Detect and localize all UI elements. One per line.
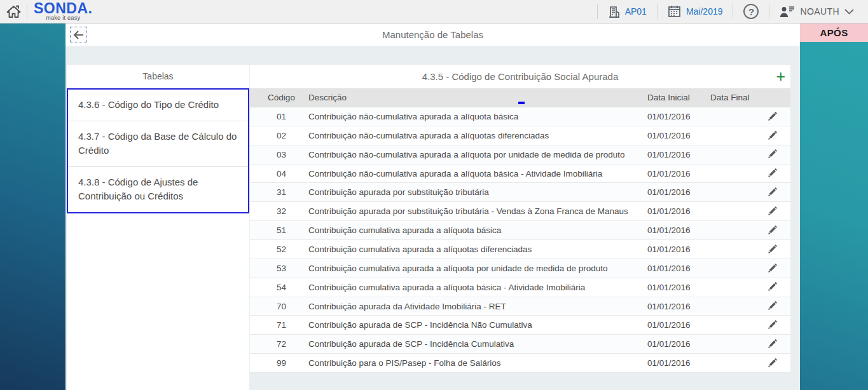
calendar-icon — [668, 5, 681, 18]
table-row[interactable]: 70 Contribuição apurada da Atividade Imo… — [250, 297, 790, 316]
period-selector[interactable]: Mai/2019 — [658, 0, 733, 23]
cell-data-inicial: 01/01/2016 — [642, 112, 703, 121]
table-row[interactable]: 51 Contribuição cumulativa apurada a alí… — [250, 221, 790, 240]
back-button[interactable] — [70, 27, 87, 43]
cell-data-inicial: 01/01/2016 — [642, 264, 703, 273]
status-badge: APÓS — [800, 24, 868, 42]
table-title: 4.3.5 - Código de Contribuição Social Ap… — [250, 71, 790, 82]
pencil-icon — [767, 244, 778, 255]
edit-row-button[interactable] — [765, 204, 779, 218]
sonda-logo: SONDA. make it easy — [27, 2, 101, 21]
edit-row-button[interactable] — [765, 166, 779, 180]
pencil-icon — [767, 225, 778, 236]
edit-row-button[interactable] — [765, 356, 779, 370]
pencil-icon — [767, 187, 778, 198]
table-row[interactable]: 04 Contribuição não-cumulativa apurada a… — [250, 165, 790, 184]
main-area: Manutenção de Tabelas Tabelas 4.3.6 - Có… — [0, 24, 868, 390]
page-title: Manutenção de Tabelas — [65, 29, 800, 40]
table-body: 01 Contribuição não-cumulativa apurada a… — [250, 107, 790, 373]
cell-data-inicial: 01/01/2016 — [642, 150, 703, 159]
cell-data-inicial: 01/01/2016 — [642, 245, 703, 254]
company-label: AP01 — [625, 6, 647, 17]
edit-row-button[interactable] — [765, 185, 779, 199]
cell-descricao: Contribuição apurada por substituição tr… — [299, 187, 642, 197]
edit-row-button[interactable] — [765, 242, 779, 256]
cell-descricao: Contribuição apurada de SCP - Incidência… — [299, 339, 642, 349]
column-header-data-final: Data Final — [703, 93, 754, 102]
cell-codigo: 71 — [250, 320, 299, 330]
cell-codigo: 04 — [250, 169, 299, 178]
help-button[interactable]: ? — [733, 0, 769, 23]
edit-row-button[interactable] — [765, 318, 779, 332]
pencil-icon — [767, 319, 778, 330]
cell-descricao: Contribuição cumulativa apurada a alíquo… — [299, 283, 642, 292]
tables-sidebar: Tabelas 4.3.6 - Código do Tipo de Crédit… — [67, 65, 249, 390]
cell-data-inicial: 01/01/2016 — [642, 206, 703, 216]
back-arrow-icon — [73, 30, 84, 39]
column-resize-handle[interactable] — [518, 102, 525, 104]
table-row[interactable]: 72 Contribuição apurada de SCP - Incidên… — [250, 335, 790, 354]
work-area: Tabelas 4.3.6 - Código do Tipo de Crédit… — [65, 46, 800, 390]
table-row[interactable]: 53 Contribuição cumulativa apurada a alí… — [250, 259, 790, 278]
cell-descricao: Contribuição não-cumulativa apurada a al… — [299, 112, 642, 121]
edit-row-button[interactable] — [765, 147, 779, 161]
cell-data-inicial: 01/01/2016 — [642, 169, 703, 178]
sonda-tagline: make it easy — [46, 15, 80, 21]
cell-descricao: Contribuição não-cumulativa apurada a al… — [299, 131, 642, 140]
pencil-icon — [767, 339, 778, 349]
cell-codigo: 32 — [250, 206, 299, 216]
column-header-codigo: Código — [250, 93, 299, 102]
cell-data-inicial: 01/01/2016 — [642, 339, 703, 349]
pencil-icon — [767, 281, 778, 292]
add-record-button[interactable]: + — [776, 67, 785, 86]
pencil-icon — [767, 206, 778, 217]
pencil-icon — [767, 168, 778, 178]
edit-row-button[interactable] — [765, 109, 779, 123]
pencil-icon — [767, 300, 778, 311]
user-icon — [780, 6, 795, 17]
table-row[interactable]: 32 Contribuição apurada por substituição… — [250, 202, 790, 221]
codes-table-panel: 4.3.5 - Código de Contribuição Social Ap… — [250, 65, 790, 373]
cell-codigo: 03 — [250, 150, 299, 159]
cell-descricao: Contribuição não-cumulativa apurada a al… — [299, 150, 642, 159]
cell-descricao: Contribuição apurada de SCP - Incidência… — [299, 320, 642, 330]
edit-row-button[interactable] — [765, 337, 779, 351]
pencil-icon — [767, 111, 778, 122]
table-row[interactable]: 03 Contribuição não-cumulativa apurada a… — [250, 145, 790, 165]
period-label: Mai/2019 — [686, 6, 723, 17]
sidebar-item-label: 4.3.6 - Código do Tipo de Crédito — [78, 99, 219, 110]
table-row[interactable]: 71 Contribuição apurada de SCP - Incidên… — [250, 316, 790, 335]
table-row[interactable]: 31 Contribuição apurada por substituição… — [250, 183, 790, 202]
table-row[interactable]: 54 Contribuição cumulativa apurada a alí… — [250, 278, 790, 297]
cell-data-inicial: 01/01/2016 — [642, 225, 703, 235]
cell-data-inicial: 01/01/2016 — [642, 187, 703, 197]
edit-row-button[interactable] — [765, 299, 779, 313]
edit-row-button[interactable] — [765, 280, 779, 294]
table-row[interactable]: 52 Contribuição cumulativa apurada a alí… — [250, 240, 790, 259]
content-area: Manutenção de Tabelas Tabelas 4.3.6 - Có… — [65, 24, 800, 390]
company-selector[interactable]: AP01 — [598, 0, 657, 23]
cell-descricao: Contribuição cumulativa apurada a alíquo… — [299, 245, 642, 254]
table-row[interactable]: 99 Contribuição para o PIS/Pasep - Folha… — [250, 354, 790, 373]
table-row[interactable]: 01 Contribuição não-cumulativa apurada a… — [250, 107, 790, 126]
cell-codigo: 52 — [250, 245, 299, 254]
cell-codigo: 02 — [250, 131, 299, 140]
user-label: NOAUTH — [800, 6, 839, 17]
sidebar-table-item[interactable]: 4.3.7 - Código da Base de Cálculo do Cré… — [68, 121, 248, 167]
cell-codigo: 54 — [250, 283, 299, 292]
cell-descricao: Contribuição cumulativa apurada a alíquo… — [299, 264, 642, 273]
edit-row-button[interactable] — [765, 128, 779, 142]
edit-row-button[interactable] — [765, 223, 779, 237]
user-menu[interactable]: NOAUTH — [769, 0, 868, 23]
sidebar-item-label: 4.3.8 - Código de Ajustes de Contribuiçã… — [78, 177, 198, 202]
sidebar-table-item[interactable]: 4.3.8 - Código de Ajustes de Contribuiçã… — [68, 167, 248, 212]
cell-codigo: 01 — [250, 112, 299, 121]
edit-row-button[interactable] — [765, 261, 779, 275]
cell-codigo: 31 — [250, 187, 299, 197]
pencil-icon — [767, 130, 778, 141]
table-row[interactable]: 02 Contribuição não-cumulativa apurada a… — [250, 126, 790, 145]
sidebar-table-item[interactable]: 4.3.6 - Código do Tipo de Crédito — [68, 90, 248, 121]
table-column-header: Código Descrição Data Inicial Data Final — [250, 88, 790, 107]
home-icon — [6, 5, 21, 18]
home-button[interactable] — [0, 0, 27, 23]
